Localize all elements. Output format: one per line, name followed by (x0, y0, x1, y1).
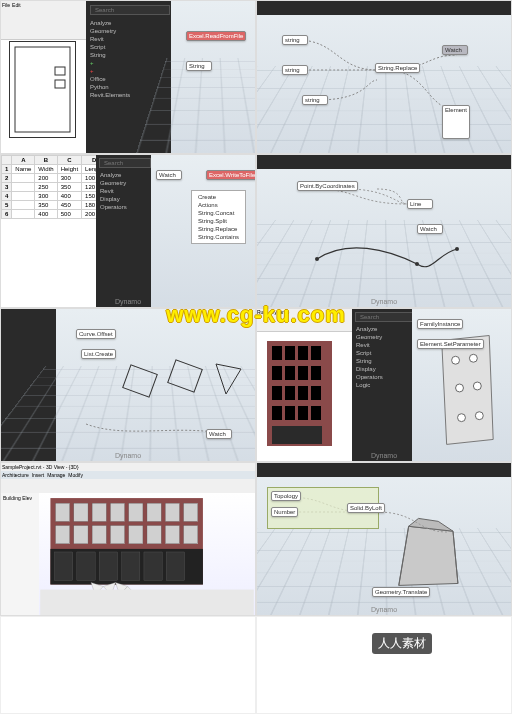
node[interactable]: Topology (271, 491, 301, 501)
row-header[interactable]: 1 (2, 165, 12, 174)
node[interactable]: Curve.Offset (76, 329, 116, 339)
revit-menu-item[interactable]: File (2, 2, 10, 8)
excel-sheet[interactable]: A B C D 1NameWidthHeightLength 220030010… (1, 155, 96, 307)
lib-item[interactable]: Analyze (96, 171, 151, 179)
cell[interactable]: 300 (35, 192, 57, 201)
node[interactable]: Excel.WriteToFile (206, 170, 256, 180)
lib-item[interactable]: Revit (96, 187, 151, 195)
node[interactable]: Element (442, 105, 470, 139)
dynamo-canvas[interactable]: Curve.Offset List.Create Watch (56, 309, 255, 461)
node[interactable]: Watch (206, 429, 232, 439)
cell[interactable]: Height (57, 165, 81, 174)
dynamo-canvas[interactable]: Point.ByCoordinates Line Watch (257, 169, 511, 307)
cell[interactable]: 400 (35, 210, 57, 219)
lib-item[interactable]: Operators (352, 373, 412, 381)
lib-item[interactable]: Geometry (86, 27, 171, 35)
cell[interactable]: 200 (35, 174, 57, 183)
cell[interactable]: 350 (57, 183, 81, 192)
cell[interactable]: 150 (82, 192, 96, 201)
dynamo-canvas[interactable]: Excel.ReadFromFile String (171, 1, 255, 153)
lib-item[interactable]: Logic (352, 381, 412, 389)
row-header[interactable]: 2 (2, 174, 12, 183)
cell[interactable]: 400 (57, 192, 81, 201)
ribbon-tab[interactable]: Architecture (2, 472, 29, 478)
ctx-item[interactable]: String.Contains (194, 233, 243, 241)
col-header[interactable]: B (35, 156, 57, 165)
lib-item[interactable]: Display (96, 195, 151, 203)
node[interactable]: Number (271, 507, 298, 517)
cell[interactable]: 180 (82, 201, 96, 210)
cell[interactable]: Width (35, 165, 57, 174)
ribbon-tab[interactable]: Insert (32, 472, 45, 478)
cell[interactable]: 450 (57, 201, 81, 210)
add-icon[interactable]: + (86, 59, 171, 67)
node[interactable]: Watch (417, 224, 443, 234)
node[interactable]: Element.SetParameter (417, 339, 484, 349)
lib-item[interactable]: String (86, 51, 171, 59)
lib-item[interactable]: Script (352, 349, 412, 357)
cell[interactable]: 250 (35, 183, 57, 192)
context-menu[interactable]: Create Actions String.Concat String.Spli… (191, 190, 246, 244)
row-header[interactable]: 5 (2, 201, 12, 210)
cell[interactable]: Name (12, 165, 35, 174)
node[interactable]: Line (407, 199, 433, 209)
lib-item[interactable]: Analyze (86, 19, 171, 27)
cell[interactable]: 100 (82, 174, 96, 183)
ctx-item[interactable]: Actions (194, 201, 243, 209)
revit-menu-item[interactable]: Edit (12, 2, 21, 8)
node[interactable]: string (302, 95, 328, 105)
col-header[interactable]: A (12, 156, 35, 165)
dynamo-canvas[interactable]: FamilyInstance Element.SetParameter (412, 309, 511, 461)
ribbon-tab[interactable]: Manage (47, 472, 65, 478)
lib-item[interactable]: Display (352, 365, 412, 373)
cell[interactable] (12, 183, 35, 192)
dynamo-canvas[interactable]: string string string String.Replace Watc… (257, 15, 511, 153)
cell[interactable] (12, 174, 35, 183)
lib-item[interactable]: Operators (96, 203, 151, 211)
search-input[interactable] (99, 158, 151, 168)
add-icon[interactable]: + (86, 67, 171, 75)
row-header[interactable]: 3 (2, 183, 12, 192)
node[interactable]: String.Replace (375, 63, 420, 73)
search-input[interactable] (90, 5, 170, 15)
node[interactable]: string (282, 35, 308, 45)
cell[interactable] (12, 210, 35, 219)
node[interactable]: Excel.ReadFromFile (186, 31, 246, 41)
lib-item[interactable]: Script (86, 43, 171, 51)
col-header[interactable]: C (57, 156, 81, 165)
dynamo-canvas[interactable]: Watch Excel.WriteToFile Create Actions S… (151, 155, 255, 307)
cell[interactable]: 200 (82, 210, 96, 219)
cell[interactable]: 500 (57, 210, 81, 219)
cell[interactable] (12, 201, 35, 210)
node[interactable]: Point.ByCoordinates (297, 181, 358, 191)
ctx-item[interactable]: String.Split (194, 217, 243, 225)
lib-item[interactable]: String (352, 357, 412, 365)
cell[interactable]: 350 (35, 201, 57, 210)
ribbon-tab[interactable]: Modify (68, 472, 83, 478)
node[interactable]: Geometry.Translate (372, 587, 430, 597)
cell[interactable]: 300 (57, 174, 81, 183)
cell[interactable] (12, 192, 35, 201)
cell[interactable]: Length (82, 165, 96, 174)
lib-item[interactable]: Geometry (352, 333, 412, 341)
dynamo-canvas[interactable]: Topology Number Solid.ByLoft Geometry.Tr… (257, 477, 511, 615)
ctx-item[interactable]: Create (194, 193, 243, 201)
row-header[interactable]: 6 (2, 210, 12, 219)
node[interactable]: Solid.ByLoft (347, 503, 385, 513)
lib-item[interactable]: Geometry (96, 179, 151, 187)
row-header[interactable]: 4 (2, 192, 12, 201)
revit-3d-view[interactable] (39, 493, 255, 615)
node[interactable]: List.Create (81, 349, 116, 359)
node[interactable]: Watch (442, 45, 468, 55)
ctx-item[interactable]: String.Replace (194, 225, 243, 233)
node[interactable]: Watch (156, 170, 182, 180)
lib-item[interactable]: Revit (352, 341, 412, 349)
node[interactable]: string (282, 65, 308, 75)
properties-panel[interactable]: Building Elev (1, 493, 44, 615)
ctx-item[interactable]: String.Concat (194, 209, 243, 217)
corner-cell[interactable] (2, 156, 12, 165)
col-header[interactable]: D (82, 156, 96, 165)
lib-item[interactable]: Revit (86, 35, 171, 43)
node[interactable]: String (186, 61, 212, 71)
cell[interactable]: 120 (82, 183, 96, 192)
